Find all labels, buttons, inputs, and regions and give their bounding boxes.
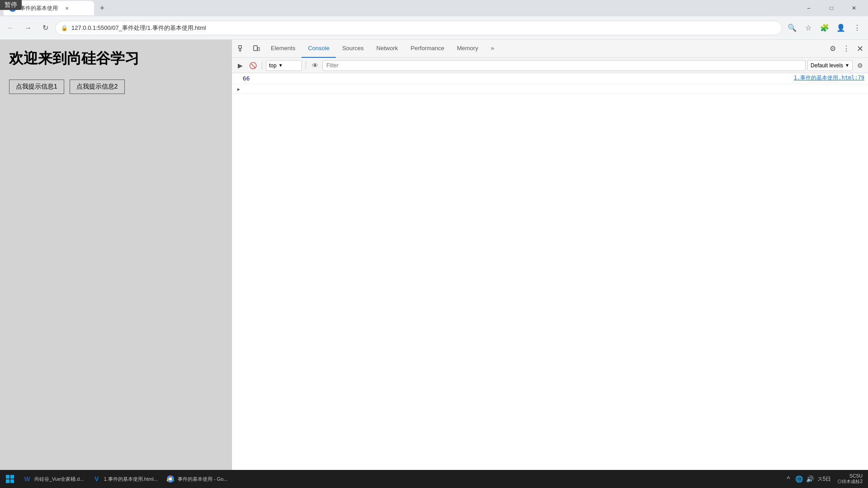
entry-source-link[interactable]: 1.事件的基本使用.html:79 bbox=[794, 74, 864, 82]
inspect-element-btn[interactable] bbox=[236, 42, 248, 55]
more-menu-btn[interactable]: ⋮ bbox=[850, 21, 864, 35]
new-tab-button[interactable]: + bbox=[96, 2, 108, 14]
devtools-toolbar: Elements Console Sources Network Perform… bbox=[232, 40, 868, 58]
tab-area: 事件的基本使用 ✕ + bbox=[4, 1, 797, 15]
taskbar: W 尚硅谷_Vue全家桶.d... V 1.事件的基本使用.html... 事件… bbox=[0, 470, 868, 488]
eye-btn[interactable]: 👁 bbox=[310, 60, 321, 71]
console-clear-btn[interactable]: 🚫 bbox=[247, 60, 258, 71]
tab-title: 事件的基本使用 bbox=[20, 5, 58, 12]
console-entry-66: 66 1.事件的基本使用.html:79 bbox=[232, 73, 868, 84]
vscode-icon: V bbox=[92, 474, 101, 483]
taskbar-chrome-label: 事件的基本使用 - Go... bbox=[178, 476, 228, 483]
console-output: 66 1.事件的基本使用.html:79 ► bbox=[232, 73, 868, 470]
tab-more[interactable]: » bbox=[485, 40, 500, 58]
taskbar-extra: ◎待木成桂2 bbox=[837, 479, 863, 485]
main-area: 欢迎来到尚硅谷学习 点我提示信息1 点我提示信息2 bbox=[0, 40, 868, 470]
console-entry-expand: ► bbox=[232, 84, 868, 94]
tray-network[interactable]: 🌐 bbox=[795, 474, 804, 483]
bookmark-btn[interactable]: ☆ bbox=[801, 21, 816, 35]
device-toggle-btn[interactable] bbox=[250, 42, 263, 55]
taskbar-item-word[interactable]: W 尚硅谷_Vue全家桶.d... bbox=[19, 471, 88, 487]
taskbar-clock: SC5U ◎待木成桂2 bbox=[834, 473, 866, 485]
profile-btn[interactable]: 👤 bbox=[834, 21, 848, 35]
console-play-btn[interactable]: ▶ bbox=[235, 60, 245, 71]
taskbar-item-chrome[interactable]: 事件的基本使用 - Go... bbox=[162, 471, 231, 487]
back-btn[interactable]: ← bbox=[4, 21, 18, 35]
entry-expand-icon[interactable] bbox=[236, 75, 243, 82]
svg-point-10 bbox=[169, 478, 172, 481]
devtools-left-icons bbox=[234, 42, 264, 55]
log-level-text: Default levels bbox=[811, 62, 843, 69]
svg-rect-8 bbox=[10, 479, 14, 483]
devtools-settings-btn[interactable]: ⚙ bbox=[826, 42, 839, 55]
window-controls: – □ ✕ bbox=[798, 1, 864, 15]
tab-performance[interactable]: Performance bbox=[404, 40, 450, 58]
tab-elements[interactable]: Elements bbox=[264, 40, 302, 58]
console-settings-btn[interactable]: ⚙ bbox=[854, 60, 865, 71]
chrome-icon bbox=[166, 474, 175, 483]
forward-btn[interactable]: → bbox=[21, 21, 35, 35]
tab-network[interactable]: Network bbox=[370, 40, 405, 58]
ime-indicator: ス5日 bbox=[816, 475, 833, 483]
entry-value-66: 66 bbox=[243, 74, 794, 83]
browser-chrome: ← → ↻ 🔒 127.0.0.1:5500/07_事件处理/1.事件的基本使用… bbox=[0, 16, 868, 40]
taskbar-vscode-label: 1.事件的基本使用.html... bbox=[104, 476, 158, 483]
browser-actions: 🔍 ☆ 🧩 👤 ⋮ bbox=[785, 21, 864, 35]
devtools-panel: Elements Console Sources Network Perform… bbox=[231, 40, 868, 470]
context-value: top bbox=[269, 62, 277, 69]
taskbar-item-vscode[interactable]: V 1.事件的基本使用.html... bbox=[89, 471, 161, 487]
page-button-2[interactable]: 点我提示信息2 bbox=[70, 80, 125, 94]
svg-rect-3 bbox=[254, 46, 257, 51]
search-btn[interactable]: 🔍 bbox=[785, 21, 799, 35]
taskbar-word-label: 尚硅谷_Vue全家桶.d... bbox=[34, 476, 84, 483]
filter-input[interactable] bbox=[322, 60, 806, 71]
word-icon: W bbox=[23, 474, 32, 483]
svg-rect-5 bbox=[6, 475, 9, 479]
pause-banner: 暂停 bbox=[0, 0, 22, 10]
maximize-btn[interactable]: □ bbox=[821, 1, 842, 15]
tab-memory[interactable]: Memory bbox=[451, 40, 485, 58]
devtools-close-btn[interactable]: ✕ bbox=[854, 42, 866, 55]
svg-rect-4 bbox=[258, 47, 259, 51]
page-title: 欢迎来到尚硅谷学习 bbox=[9, 49, 222, 69]
page-button-1[interactable]: 点我提示信息1 bbox=[9, 80, 64, 94]
devtools-right-icons: ⚙ ⋮ ✕ bbox=[826, 42, 866, 55]
console-toolbar: ▶ 🚫 top ▼ 👁 Default levels ▼ ⚙ bbox=[232, 58, 868, 73]
taskbar-tray: ^ 🌐 🔊 bbox=[784, 474, 815, 483]
address-bar[interactable]: 🔒 127.0.0.1:5500/07_事件处理/1.事件的基本使用.html bbox=[55, 21, 782, 35]
tray-volume[interactable]: 🔊 bbox=[806, 474, 815, 483]
address-url: 127.0.0.1:5500/07_事件处理/1.事件的基本使用.html bbox=[71, 24, 776, 32]
svg-rect-6 bbox=[10, 475, 14, 479]
entry-arrow-icon[interactable]: ► bbox=[236, 86, 242, 92]
tab-console[interactable]: Console bbox=[302, 40, 336, 58]
start-button[interactable] bbox=[2, 471, 18, 487]
title-bar: 事件的基本使用 ✕ + – □ ✕ bbox=[0, 0, 868, 16]
toolbar-separator-2 bbox=[306, 61, 306, 70]
page-buttons: 点我提示信息1 点我提示信息2 bbox=[9, 80, 222, 94]
address-lock-icon: 🔒 bbox=[61, 25, 68, 31]
context-selector[interactable]: top ▼ bbox=[266, 60, 302, 71]
tray-chevron[interactable]: ^ bbox=[784, 474, 793, 483]
tab-close-btn[interactable]: ✕ bbox=[63, 5, 71, 12]
reload-btn[interactable]: ↻ bbox=[38, 21, 52, 35]
log-level-arrow: ▼ bbox=[845, 63, 849, 68]
page-content: 欢迎来到尚硅谷学习 点我提示信息1 点我提示信息2 bbox=[0, 40, 231, 470]
taskbar-time: SC5U bbox=[837, 473, 863, 479]
minimize-btn[interactable]: – bbox=[798, 1, 819, 15]
devtools-more-btn[interactable]: ⋮ bbox=[840, 42, 853, 55]
extension-btn[interactable]: 🧩 bbox=[817, 21, 832, 35]
svg-rect-0 bbox=[239, 46, 241, 48]
close-btn[interactable]: ✕ bbox=[844, 1, 864, 15]
svg-rect-7 bbox=[6, 479, 9, 483]
context-arrow: ▼ bbox=[278, 63, 283, 68]
toolbar-separator bbox=[262, 61, 262, 70]
tab-sources[interactable]: Sources bbox=[336, 40, 370, 58]
log-level-selector[interactable]: Default levels ▼ bbox=[807, 60, 853, 71]
